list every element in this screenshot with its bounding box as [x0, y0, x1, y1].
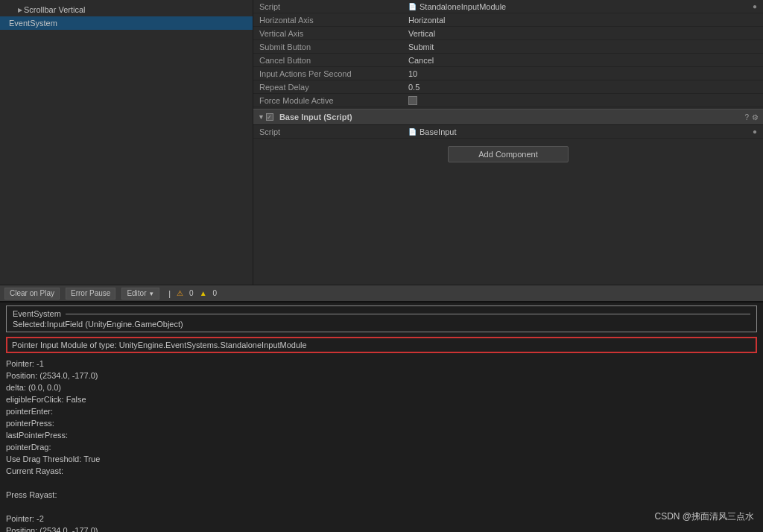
pointer-module-text: Pointer Input Module of type: UnityEngin… [12, 341, 307, 349]
error-count: 0 [189, 289, 194, 297]
csdn-watermark: CSDN @拂面清风三点水 [654, 510, 754, 523]
inspector-row-haxis: Horizontal Axis Horizontal [253, 13, 763, 27]
value-script: 📄 StandaloneInputModule [408, 2, 753, 11]
label-force-module: Force Module Active [259, 96, 408, 105]
console-line-8: Use Drag Threshold: True [6, 453, 757, 465]
inspector-row-vaxis: Vertical Axis Vertical [253, 27, 763, 40]
value-vaxis: Vertical [408, 29, 757, 38]
event-system-title-row: EventSystem [13, 309, 750, 318]
value-repeat-delay: 0.5 [408, 83, 757, 92]
hierarchy-item-scrollbar[interactable]: ▶ Scrollbar Vertical [0, 3, 253, 16]
hierarchy-content: ▶ Scrollbar Vertical EventSystem [0, 0, 253, 285]
console-area: EventSystem Selected:InputField (UnityEn… [0, 301, 763, 532]
console-line-14: Position: (2534.0, -177.0) [6, 525, 757, 532]
right-panel: Script 📄 StandaloneInputModule ● Horizon… [253, 0, 763, 285]
component-help-icon[interactable]: ? [744, 113, 749, 121]
inspector-row-cancel: Cancel Button Cancel [253, 54, 763, 67]
inspector-row-force-module: Force Module Active [253, 94, 763, 107]
add-component-row: Add Component [253, 139, 763, 170]
inspector-row-script: Script 📄 StandaloneInputModule ● [253, 0, 763, 13]
event-system-selected: Selected:InputField (UnityEngine.GameObj… [13, 320, 750, 329]
toolbar-separator: | [168, 289, 171, 298]
warn-count: 0 [213, 289, 218, 297]
label-baseinput-script: Script [259, 127, 408, 136]
error-icon: ⚠ [177, 289, 183, 297]
console-line-9: Current Rayast: [6, 465, 757, 477]
baseinput-script-icon: 📄 [408, 128, 417, 136]
value-cancel: Cancel [408, 56, 757, 65]
event-system-box: EventSystem Selected:InputField (UnityEn… [6, 305, 757, 332]
baseinput-edit-icon: ● [753, 127, 757, 136]
edit-icon: ● [753, 2, 757, 10]
console-line-7: pointerDrag: [6, 441, 757, 453]
hierarchy-label-scrollbar: Scrollbar Vertical [24, 5, 86, 14]
console-content: EventSystem Selected:InputField (UnityEn… [0, 303, 763, 532]
console-line-5: pointerPress: [6, 417, 757, 429]
component-header-baseinput: ▼ ✓ Base Input (Script) ? ⚙ [253, 109, 763, 125]
console-lines: Pointer: -1 Position: (2534.0, -177.0) d… [6, 358, 757, 532]
value-haxis: Horizontal [408, 16, 757, 25]
console-line-12 [6, 501, 757, 513]
left-panel: ▶ Scrollbar Vertical EventSystem [0, 0, 253, 285]
console-line-13: Pointer: -2 [6, 513, 757, 525]
component-settings-icon[interactable]: ⚙ [752, 113, 759, 121]
pointer-module-box: Pointer Input Module of type: UnityEngin… [6, 337, 757, 353]
console-line-11: Press Rayast: [6, 489, 757, 501]
console-line-1: Position: (2534.0, -177.0) [6, 370, 757, 381]
component-toggle-baseinput[interactable]: ✓ [266, 113, 273, 121]
label-vaxis: Vertical Axis [259, 29, 408, 38]
value-iaps: 10 [408, 69, 757, 78]
label-submit: Submit Button [259, 42, 408, 51]
console-line-6: lastPointerPress: [6, 429, 757, 441]
console-line-0: Pointer: -1 [6, 358, 757, 370]
warn-icon: ▲ [200, 289, 207, 297]
console-line-2: delta: (0.0, 0.0) [6, 381, 757, 393]
add-component-button[interactable]: Add Component [448, 146, 569, 162]
label-iaps: Input Actions Per Second [259, 69, 408, 78]
error-pause-button[interactable]: Error Pause [66, 288, 115, 300]
component-icons-baseinput: ? ⚙ [744, 113, 759, 121]
clear-on-play-button[interactable]: Clear on Play [4, 288, 60, 300]
console-line-3: eligibleForClick: False [6, 393, 757, 405]
value-baseinput-script: 📄 BaseInput [408, 127, 753, 136]
bottom-toolbar: Clear on Play Error Pause Editor ▼ | ⚠ 0… [0, 285, 763, 301]
event-system-title-text: EventSystem [13, 309, 61, 318]
event-system-title-line [66, 314, 750, 314]
component-name-baseinput: Base Input (Script) [279, 113, 745, 121]
component-expand-arrow[interactable]: ▼ [258, 113, 265, 121]
inspector-row-repeat-delay: Repeat Delay 0.5 [253, 80, 763, 94]
label-repeat-delay: Repeat Delay [259, 83, 408, 92]
console-line-4: pointerEnter: [6, 405, 757, 417]
force-module-checkbox[interactable] [408, 96, 417, 105]
inspector-row-baseinput-script: Script 📄 BaseInput ● [253, 125, 763, 139]
inspector-row-iaps: Input Actions Per Second 10 [253, 67, 763, 80]
label-script: Script [259, 2, 408, 11]
arrow-icon-scrollbar: ▶ [18, 7, 22, 13]
inspector-row-submit: Submit Button Submit [253, 40, 763, 54]
hierarchy-label-eventsystem: EventSystem [9, 19, 57, 28]
label-haxis: Horizontal Axis [259, 16, 408, 25]
main-container: ▶ Scrollbar Vertical EventSystem Script … [0, 0, 763, 532]
label-cancel: Cancel Button [259, 56, 408, 65]
top-area: ▶ Scrollbar Vertical EventSystem Script … [0, 0, 763, 285]
editor-button[interactable]: Editor ▼ [121, 288, 159, 300]
value-submit: Submit [408, 42, 757, 51]
script-icon: 📄 [408, 3, 417, 10]
console-line-10 [6, 477, 757, 489]
hierarchy-item-eventsystem[interactable]: EventSystem [0, 16, 253, 30]
